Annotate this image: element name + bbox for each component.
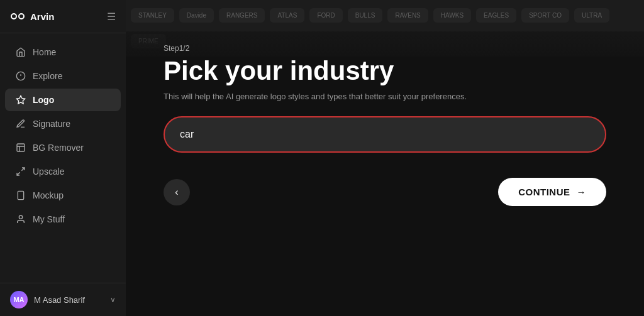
sidebar-item-home[interactable]: Home <box>5 41 121 63</box>
avatar: MA <box>10 291 28 308</box>
bg-logo-badge: STANLEY <box>131 8 174 23</box>
arrow-right-icon: → <box>577 187 587 197</box>
svg-rect-1 <box>19 14 24 19</box>
sidebar-logo: Arvin <box>10 9 54 24</box>
content-area: Step1/2 Pick your industry This will hel… <box>126 31 644 316</box>
sidebar-item-mockup-label: Mockup <box>33 190 64 200</box>
back-button[interactable]: ‹ <box>164 179 190 205</box>
svg-point-11 <box>19 215 22 219</box>
sidebar-item-bg-remover[interactable]: BG Remover <box>5 136 121 159</box>
sidebar-item-mockup[interactable]: Mockup <box>5 184 121 207</box>
sidebar-item-explore[interactable]: Explore <box>5 65 121 87</box>
bg-logo-badge: HAWKS <box>433 8 471 23</box>
svg-line-8 <box>17 172 20 175</box>
bg-logo-badge: ATLAS <box>270 8 304 23</box>
home-icon <box>15 46 26 58</box>
svg-marker-5 <box>16 95 25 104</box>
continue-button[interactable]: CONTINUE → <box>498 178 606 206</box>
sidebar-app-name: Arvin <box>30 11 54 22</box>
upscale-icon <box>15 166 26 177</box>
bg-logo-badge: SPORT CO <box>521 8 569 23</box>
svg-line-7 <box>21 168 25 171</box>
sidebar-item-upscale-label: Upscale <box>33 166 65 177</box>
bottom-actions: ‹ CONTINUE → <box>164 178 606 206</box>
main-content: STANLEY Davide RANGERS ATLAS FORD BULLS … <box>126 0 644 316</box>
my-stuff-icon <box>15 214 26 225</box>
sidebar-item-my-stuff[interactable]: My Stuff <box>5 208 121 231</box>
bg-logo-badge: RAVENS <box>387 8 428 23</box>
chevron-left-icon: ‹ <box>175 187 178 198</box>
sidebar-item-my-stuff-label: My Stuff <box>33 214 65 224</box>
sidebar-item-home-label: Home <box>33 47 56 57</box>
sidebar-item-upscale[interactable]: Upscale <box>5 160 121 183</box>
sidebar-item-signature-label: Signature <box>33 119 70 129</box>
arvin-logo-icon <box>10 9 25 24</box>
user-name: M Asad Sharif <box>34 295 104 305</box>
explore-icon <box>15 70 26 82</box>
bg-logo-badge: ULTRA <box>574 8 609 23</box>
sidebar-header: Arvin ☰ <box>0 0 126 33</box>
hamburger-icon[interactable]: ☰ <box>107 11 116 23</box>
svg-rect-6 <box>17 144 25 151</box>
sidebar-item-logo[interactable]: Logo <box>5 89 121 111</box>
sidebar-item-logo-label: Logo <box>33 95 54 105</box>
svg-rect-0 <box>11 14 16 19</box>
bg-logo-badge: RANGERS <box>219 8 265 23</box>
sidebar-item-bg-remover-label: BG Remover <box>33 143 84 153</box>
logo-nav-icon <box>15 94 26 106</box>
sidebar-item-explore-label: Explore <box>33 71 62 81</box>
bg-logo-badge: FORD <box>309 8 342 23</box>
sidebar-nav: Home Explore Logo Signature <box>0 33 126 283</box>
industry-search-wrapper <box>164 116 606 153</box>
bg-logo-badge: EAGLES <box>476 8 516 23</box>
signature-icon <box>15 118 26 129</box>
page-subtitle: This will help the AI generate logo styl… <box>164 92 606 101</box>
chevron-down-icon: ∨ <box>110 295 116 304</box>
industry-search-input[interactable] <box>164 116 606 153</box>
page-title: Pick your industry <box>164 57 606 85</box>
step-label: Step1/2 <box>164 44 606 53</box>
sidebar-item-signature[interactable]: Signature <box>5 112 121 135</box>
bg-logo-badge: BULLS <box>348 8 383 23</box>
mockup-icon <box>15 190 26 201</box>
continue-label: CONTINUE <box>518 187 570 197</box>
sidebar: Arvin ☰ Home Explore Logo <box>0 0 126 316</box>
user-profile[interactable]: MA M Asad Sharif ∨ <box>0 283 126 316</box>
bg-logo-badge: Davide <box>179 8 214 23</box>
bg-remover-icon <box>15 142 26 153</box>
